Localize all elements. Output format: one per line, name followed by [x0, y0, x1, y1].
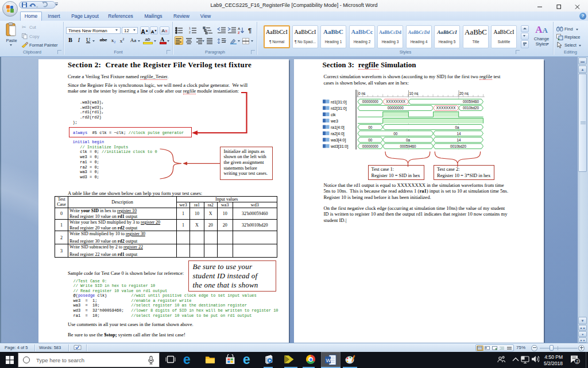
svg-text:0a: 0a — [406, 138, 411, 142]
svg-text:we3: we3 — [330, 119, 338, 123]
svg-text:2: 2 — [189, 30, 191, 34]
svg-text:clk: clk — [331, 113, 336, 117]
svg-text:2: 2 — [576, 359, 578, 364]
svg-text:wa3[4:0]: wa3[4:0] — [330, 138, 346, 143]
svg-text:0010bd20: 0010bd20 — [450, 144, 467, 148]
svg-text:00: 00 — [368, 138, 373, 142]
svg-text:XXXXXXXX: XXXXXXXX — [386, 99, 405, 103]
svg-text:A: A — [238, 27, 241, 30]
svg-text:ra1[4:0]: ra1[4:0] — [331, 125, 345, 130]
svg-text:10 ns: 10 ns — [409, 91, 419, 95]
svg-text:00000000: 00000000 — [362, 99, 379, 103]
svg-text:W: W — [326, 358, 331, 363]
svg-text:00000000: 00000000 — [388, 106, 404, 110]
svg-text:¶: ¶ — [248, 27, 252, 34]
svg-text:0 ns: 0 ns — [358, 91, 366, 95]
svg-text:00: 00 — [393, 132, 398, 136]
svg-text:0010bd20: 0010bd20 — [463, 106, 479, 110]
svg-text:00000000: 00000000 — [362, 144, 379, 148]
svg-text:20 ns: 20 ns — [459, 91, 469, 95]
svg-text:Z: Z — [238, 31, 240, 34]
svg-text:0a: 0a — [455, 125, 459, 129]
svg-text:00: 00 — [368, 125, 373, 129]
svg-text:rd1[31:0]: rd1[31:0] — [331, 100, 347, 105]
svg-text:XXXXXXXX: XXXXXXXX — [436, 106, 456, 110]
svg-text:wd3[31:0]: wd3[31:0] — [330, 144, 348, 149]
svg-text:1: 1 — [189, 26, 191, 30]
svg-text:ra2[4:0]: ra2[4:0] — [331, 132, 345, 136]
svg-text:rd2[31:0]: rd2[31:0] — [331, 106, 347, 111]
svg-text:00059460: 00059460 — [463, 99, 479, 103]
svg-text:14: 14 — [457, 132, 461, 136]
svg-text:14: 14 — [457, 138, 461, 142]
svg-text:00059460: 00059460 — [400, 144, 417, 148]
